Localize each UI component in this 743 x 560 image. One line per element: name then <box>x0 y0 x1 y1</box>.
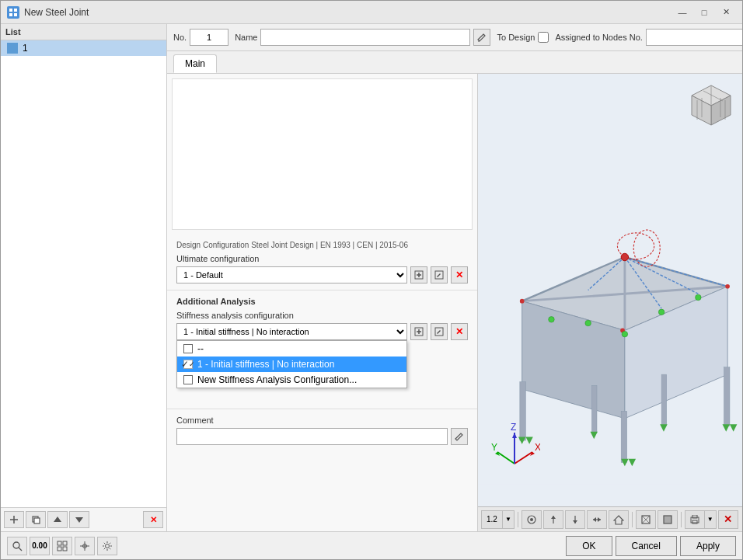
main-content: List 1 ✕ <box>1 24 742 531</box>
svg-marker-82 <box>593 517 596 522</box>
svg-rect-0 <box>9 9 12 12</box>
svg-point-56 <box>549 317 555 323</box>
tab-main[interactable]: Main <box>173 54 217 73</box>
add-item-button[interactable] <box>4 511 24 528</box>
list-item[interactable]: 1 <box>1 40 166 56</box>
coord-dropdown[interactable]: 1.2 ▼ <box>481 510 515 529</box>
design-config-label: Design Configuration Steel Joint Design … <box>176 241 468 249</box>
bottom-number-button[interactable]: 0.00 <box>30 537 50 555</box>
svg-rect-94 <box>58 541 61 545</box>
svg-rect-97 <box>63 547 67 551</box>
dash-label: -- <box>197 343 204 354</box>
maximize-button[interactable]: □ <box>694 5 714 20</box>
design-config-section: Design Configuration Steel Joint Design … <box>167 235 477 290</box>
item-color-swatch <box>7 43 18 54</box>
stiffness-dropdown-container: 1 - Initial stiffness | No interaction -… <box>176 323 407 340</box>
svg-rect-29 <box>591 385 597 433</box>
stiffness-edit-button[interactable] <box>431 323 448 340</box>
view-move-z-up-button[interactable] <box>543 510 563 529</box>
move-down-button[interactable] <box>69 511 89 528</box>
sidebar: List 1 ✕ <box>1 24 167 531</box>
view-close-button[interactable]: ✕ <box>718 510 738 529</box>
bottom-snap-button[interactable] <box>75 537 95 555</box>
tab-bar: Main <box>167 51 742 74</box>
ultimate-config-label: Ultimate configuration <box>176 254 468 263</box>
ultimate-edit-button[interactable] <box>431 266 448 283</box>
view-home-button[interactable] <box>609 510 629 529</box>
svg-rect-28 <box>661 374 667 426</box>
svg-point-55 <box>622 331 628 337</box>
view-snap-button[interactable] <box>521 510 542 529</box>
coord-display: 1.2 <box>482 511 503 528</box>
additional-analysis-header: Additional Analysis <box>176 297 468 306</box>
svg-line-66 <box>515 452 532 464</box>
svg-marker-80 <box>573 520 577 523</box>
toolbar-divider-2 <box>632 512 633 527</box>
svg-point-52 <box>658 309 665 315</box>
dropdown-item-opt1[interactable]: ✓ 1 - Initial stiffness | No interaction <box>177 357 406 372</box>
no-input[interactable] <box>190 29 228 46</box>
name-edit-button[interactable] <box>473 29 490 46</box>
dropdown-item-new[interactable]: New Stiffness Analysis Configuration... <box>177 372 406 388</box>
navigation-cube[interactable] <box>688 82 734 128</box>
assigned-nodes-group: Assigned to Nodes No. ✕ <box>555 29 742 46</box>
view-move-x-button[interactable] <box>587 510 607 529</box>
view-wireframe-button[interactable] <box>636 510 656 529</box>
svg-marker-73 <box>512 433 517 438</box>
comment-input[interactable] <box>176 428 448 445</box>
svg-rect-2 <box>9 13 12 16</box>
name-input[interactable] <box>260 29 470 46</box>
minimize-button[interactable]: — <box>672 5 692 20</box>
bottom-bar: 0.00 OK Cancel Apply <box>1 531 742 559</box>
svg-point-50 <box>725 284 730 289</box>
ok-button[interactable]: OK <box>566 536 612 556</box>
print-arrow-icon: ▼ <box>705 511 716 528</box>
title-bar: New Steel Joint — □ ✕ <box>1 1 742 24</box>
stiffness-config-label: Stiffness analysis configuration <box>176 311 468 320</box>
dropdown-item-dash[interactable]: -- <box>177 341 406 357</box>
stiffness-config-dropdown[interactable]: 1 - Initial stiffness | No interaction <box>176 323 407 340</box>
ultimate-dropdown-row: 1 - Default ✕ <box>176 266 468 283</box>
bottom-grid-button[interactable] <box>52 537 72 555</box>
additional-analysis-section: Additional Analysis Stiffness analysis c… <box>167 290 477 346</box>
view-3d[interactable]: X Y Z <box>478 74 742 506</box>
bottom-search-button[interactable] <box>7 537 27 555</box>
ultimate-delete-button[interactable]: ✕ <box>451 266 468 283</box>
stiffness-new-button[interactable] <box>410 323 427 340</box>
view-toolbar: 1.2 ▼ <box>478 506 742 531</box>
comment-edit-button[interactable] <box>451 428 468 445</box>
view-panel: X Y Z <box>478 74 742 531</box>
svg-text:X: X <box>535 442 540 453</box>
close-button[interactable]: ✕ <box>716 5 736 20</box>
stiffness-delete-button[interactable]: ✕ <box>451 323 468 340</box>
to-design-checkbox[interactable] <box>538 32 549 43</box>
svg-marker-10 <box>54 517 61 522</box>
move-up-button[interactable] <box>47 511 68 528</box>
apply-button[interactable]: Apply <box>680 536 736 556</box>
sidebar-list: 1 <box>1 40 166 507</box>
svg-rect-3 <box>14 13 17 16</box>
new-checkbox <box>183 375 193 384</box>
name-label: Name <box>235 33 257 42</box>
svg-marker-11 <box>75 517 83 523</box>
svg-marker-83 <box>598 517 601 522</box>
opt1-label: 1 - Initial stiffness | No interaction <box>197 359 334 370</box>
svg-rect-1 <box>14 9 17 12</box>
assigned-nodes-input[interactable] <box>646 29 742 46</box>
svg-point-46 <box>621 253 628 260</box>
bottom-settings-button[interactable] <box>97 537 117 555</box>
view-solid-button[interactable] <box>658 510 678 529</box>
view-move-z-down-button[interactable] <box>565 510 585 529</box>
sidebar-bottom-toolbar: ✕ <box>1 507 166 531</box>
cancel-button[interactable]: Cancel <box>616 536 677 556</box>
delete-item-button[interactable]: ✕ <box>143 511 163 528</box>
svg-line-93 <box>19 548 22 551</box>
duplicate-item-button[interactable] <box>26 511 46 528</box>
svg-point-101 <box>106 544 110 548</box>
print-dropdown[interactable]: ▼ <box>685 510 717 529</box>
svg-point-92 <box>13 542 19 548</box>
svg-text:Y: Y <box>491 442 497 453</box>
ultimate-new-button[interactable] <box>410 266 427 283</box>
name-group: Name <box>235 29 490 46</box>
ultimate-config-dropdown[interactable]: 1 - Default <box>176 266 407 283</box>
